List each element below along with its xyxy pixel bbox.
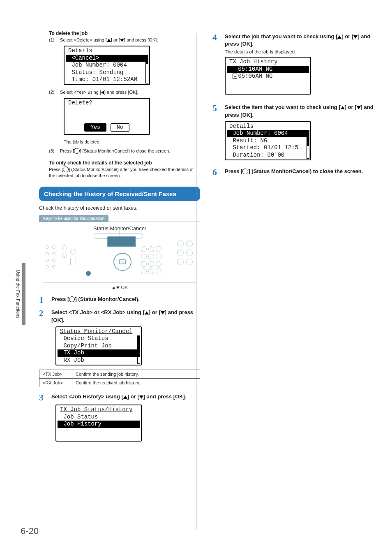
s6-b: ] (Status Monitor/Cancel) to close the s… bbox=[248, 168, 363, 174]
s4-b: ] or [ bbox=[341, 33, 353, 39]
lcd-row: RX Job bbox=[58, 357, 140, 364]
up-icon bbox=[107, 39, 111, 42]
step-2-main: 2 Select <TX Job> or <RX Job> using [] o… bbox=[39, 309, 200, 324]
page-number: 6-20 bbox=[21, 526, 39, 536]
lcd-row: Status: Sending bbox=[66, 69, 148, 76]
step-1-main: 1 Press [] (Status Monitor/Cancel). bbox=[39, 296, 200, 305]
lcd-row: TX Job History bbox=[227, 58, 309, 66]
lcd-mini-icon bbox=[107, 236, 136, 247]
s3-a: Select <Job History> using [ bbox=[51, 393, 123, 400]
s2-b: ] or [ bbox=[149, 309, 161, 315]
s4-note: The details of the job is displayed. bbox=[225, 49, 374, 54]
s3-b: ] or [ bbox=[127, 393, 139, 400]
circle-icon bbox=[242, 169, 248, 174]
step-number: 3 bbox=[39, 393, 47, 402]
s1-b: ] (Status Monitor/Cancel). bbox=[75, 296, 139, 302]
lcd-row: Details bbox=[66, 47, 148, 55]
step-1-text-a: Select <Delete> using [ bbox=[60, 37, 107, 42]
step-1: (1) Select <Delete> using [] or [] and p… bbox=[49, 37, 200, 43]
cell: <RX Job> bbox=[39, 379, 72, 387]
up-icon bbox=[341, 106, 345, 109]
step-number: 1 bbox=[39, 296, 47, 305]
up-icon bbox=[145, 311, 149, 314]
cell: Confirm the received job history. bbox=[72, 379, 200, 387]
numpad-icon bbox=[141, 246, 161, 274]
lcd-row: Time: 01/01 12:52AM bbox=[66, 76, 148, 83]
s3-c: ] and press [OK]. bbox=[143, 393, 187, 400]
lcd-row: TX Job Status/History bbox=[58, 406, 140, 414]
scrollbar bbox=[145, 55, 148, 83]
lcd-row-selected: Job Number: 0004 bbox=[227, 130, 309, 137]
s4-a: Select the job that you want to check us… bbox=[225, 33, 337, 39]
doc-icon bbox=[233, 74, 237, 79]
lcd-status-monitor: Status Monitor/Cancel Device Status Copy… bbox=[55, 326, 142, 366]
lcd-row-selected: Job History bbox=[58, 421, 140, 428]
lcd-row-selected: TX Job bbox=[58, 349, 140, 357]
step-3-text-b: ] (Status Monitor/Cancel) to close the s… bbox=[80, 148, 170, 153]
section-heading: Checking the History of Received/Sent Fa… bbox=[39, 187, 200, 201]
lcd-job-history: TX Job Status/History Job Status Job His… bbox=[55, 405, 142, 442]
table-row: <RX Job> Confirm the received job histor… bbox=[39, 379, 200, 387]
keys-sub: OK bbox=[39, 285, 200, 290]
scrollbar bbox=[307, 130, 309, 159]
up-icon bbox=[337, 35, 341, 39]
section-note: Check the history of received or sent fa… bbox=[39, 205, 200, 211]
lcd-row: Started: 01/01 12:5… bbox=[227, 144, 309, 152]
only-check-body: Press [] (Status Monitor/Cancel) after y… bbox=[49, 166, 200, 179]
job-deleted-text: The job is deleted. bbox=[64, 139, 200, 145]
delete-heading: To delete the job bbox=[49, 30, 200, 36]
status-monitor-key-icon bbox=[86, 271, 91, 276]
lcd-row: Result: NG bbox=[227, 137, 309, 145]
lcd-row: Job Status bbox=[58, 414, 140, 421]
lcd-row-selected: <Cancel> bbox=[66, 55, 148, 62]
left-icon bbox=[101, 90, 104, 95]
keys-diagram: Keys to be used for this operation Statu… bbox=[39, 215, 200, 290]
side-tab: Using the Fax Functions bbox=[16, 263, 25, 325]
step-3: (3) Press [] (Status Monitor/Cancel) to … bbox=[49, 148, 200, 154]
step-5: 5 Select the item that you want to check… bbox=[212, 104, 374, 118]
step-number: 5 bbox=[212, 104, 221, 113]
lcd-row: Status Monitor/Cancel bbox=[58, 328, 140, 335]
step-number: 6 bbox=[212, 168, 221, 177]
doc-icon bbox=[233, 67, 237, 72]
no-button: No bbox=[111, 123, 129, 132]
step-3-main: 3 Select <Job History> using [] or [] an… bbox=[39, 393, 200, 402]
cell: Confirm the sending job history. bbox=[72, 370, 200, 379]
lcd-delete-dialog: Delete? Yes No bbox=[64, 98, 150, 135]
circle-icon bbox=[69, 296, 75, 302]
only-check-a: Press [ bbox=[49, 167, 63, 172]
right-column: 4 Select the job that you want to check … bbox=[212, 29, 374, 446]
scrollbar bbox=[137, 335, 140, 364]
column-divider bbox=[196, 33, 196, 530]
lcd-detail: Details Job Number: 0004 Result: NG Star… bbox=[225, 121, 311, 161]
step-4: 4 Select the job that you want to check … bbox=[212, 33, 374, 48]
yes-button: Yes bbox=[84, 123, 106, 132]
lcd-row: 05:06AM NG bbox=[227, 73, 309, 80]
lcd-row: Job Number: 0004 bbox=[66, 62, 148, 69]
keys-tag: Keys to be used for this operation bbox=[39, 215, 108, 222]
step-number: 2 bbox=[39, 309, 47, 318]
s1-a: Press [ bbox=[51, 296, 69, 302]
table-row: <TX Job> Confirm the sending job history… bbox=[39, 370, 200, 379]
nav-wheel-icon: OK bbox=[113, 253, 131, 271]
cell: <TX Job> bbox=[39, 370, 72, 379]
up-icon bbox=[123, 395, 127, 399]
panel-mock: OK bbox=[43, 233, 196, 282]
step-2-text-b: ] and press [OK]. bbox=[104, 90, 138, 95]
job-type-table: <TX Job> Confirm the sending job history… bbox=[39, 370, 200, 387]
step-2-num: (2) bbox=[49, 89, 59, 95]
s5-a: Select the item that you want to check u… bbox=[225, 104, 341, 110]
dialog-title: Delete? bbox=[66, 99, 148, 107]
step-2-text-a: Select <Yes> using [ bbox=[60, 90, 101, 95]
lcd-row: Duration: 00'00 bbox=[227, 152, 309, 159]
lcd-details: Details <Cancel> Job Number: 0004 Status… bbox=[64, 46, 150, 85]
circle-icon bbox=[74, 148, 80, 154]
step-1-num: (1) bbox=[49, 37, 59, 43]
only-check-heading: To only check the details of the selecte… bbox=[49, 160, 200, 166]
down-icon bbox=[120, 39, 124, 42]
lcd-row: Details bbox=[227, 123, 309, 130]
left-column: To delete the job (1) Select <Delete> us… bbox=[39, 29, 200, 446]
down-icon bbox=[161, 311, 165, 314]
lcd-row-selected: 05:10AM NG bbox=[227, 66, 309, 73]
s2-a: Select <TX Job> or <RX Job> using [ bbox=[51, 309, 145, 315]
